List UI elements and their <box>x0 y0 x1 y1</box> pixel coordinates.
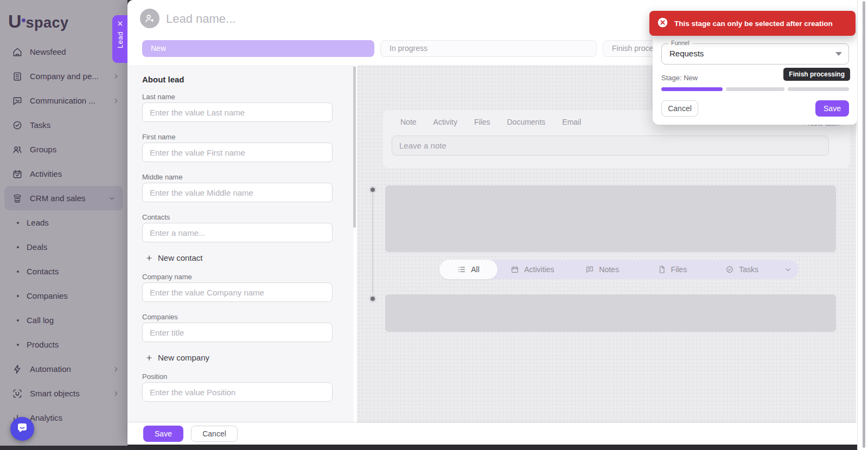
sidebar-item-communication[interactable]: Communication ... <box>0 88 127 113</box>
sidebar-subitem-contacts[interactable]: Contacts <box>0 259 127 284</box>
sidebar-item-groups[interactable]: Groups <box>0 137 127 162</box>
sidebar-item-label: Automation <box>30 364 105 374</box>
filter-all[interactable]: All <box>439 260 497 279</box>
stage-chip-new[interactable]: New <box>142 40 374 57</box>
bullet-icon <box>17 319 19 322</box>
funnel-select-value: Requests <box>669 49 704 58</box>
company-name-input[interactable] <box>142 282 333 302</box>
scrollbar-thumb[interactable] <box>863 1 865 448</box>
sidebar-subitem-companies[interactable]: Companies <box>0 284 127 308</box>
leave-a-note-input[interactable] <box>392 136 829 156</box>
funnel-select[interactable]: Funnel Requests <box>661 43 849 65</box>
sidebar-item-automation[interactable]: Automation <box>0 357 127 381</box>
field-label: Companies <box>142 313 333 321</box>
stage-chip-in-progress[interactable]: In progress <box>380 40 597 57</box>
stage-progress-segment-3[interactable] <box>788 87 849 91</box>
stage-tooltip: Finish processing <box>783 68 850 81</box>
new-contact-button[interactable]: New contact <box>145 253 333 262</box>
contacts-input[interactable] <box>142 223 333 242</box>
timeline-filter-bar: All Activities Notes Files Tasks <box>439 260 799 279</box>
filter-label: Tasks <box>739 265 758 274</box>
chevron-down-icon <box>108 195 116 202</box>
list-icon <box>457 265 466 274</box>
sidebar-item-newsfeed[interactable]: Newsfeed <box>0 40 127 64</box>
bullet-icon <box>17 222 19 224</box>
tab-files[interactable]: Files <box>474 118 490 126</box>
plus-icon <box>145 254 153 262</box>
field-label: Position <box>142 372 333 381</box>
chevron-down-icon[interactable] <box>777 266 799 274</box>
filter-notes[interactable]: Notes <box>567 265 637 274</box>
app-canvas: U spacy Newsfeed Company and pe... Commu… <box>0 0 868 450</box>
new-company-button[interactable]: New company <box>145 353 333 362</box>
lead-name-input[interactable]: Lead name... <box>166 12 235 26</box>
form-scrollbar[interactable] <box>353 66 356 228</box>
filter-files[interactable]: Files <box>637 265 707 274</box>
check-circle-icon <box>725 265 734 274</box>
error-circle-x-icon <box>657 17 668 30</box>
filter-label: Activities <box>524 265 554 274</box>
filter-label: Files <box>671 265 687 274</box>
timeline-skeleton-block <box>385 185 836 252</box>
sidebar-item-activities[interactable]: Activities <box>0 162 127 186</box>
sidebar-item-tasks[interactable]: Tasks <box>0 113 127 137</box>
stage-progress-segment-2[interactable] <box>726 87 784 91</box>
link-label: New company <box>158 353 209 362</box>
close-icon[interactable] <box>117 20 124 27</box>
stack-icon <box>12 193 23 204</box>
timeline-dot <box>369 186 376 194</box>
filter-label: Notes <box>599 265 619 274</box>
lead-avatar <box>140 9 159 28</box>
filter-activities[interactable]: Activities <box>497 265 567 274</box>
uspacy-logo[interactable]: U spacy <box>0 0 127 40</box>
popover-save-button[interactable]: Save <box>815 100 849 117</box>
tab-documents[interactable]: Documents <box>507 118 545 126</box>
subitem-label: Contacts <box>27 267 59 276</box>
first-name-input[interactable] <box>142 143 333 162</box>
companies-input[interactable] <box>142 323 333 342</box>
sidebar-item-label: Groups <box>30 145 120 154</box>
sidebar-subitem-deals[interactable]: Deals <box>0 235 127 259</box>
popover-cancel-button[interactable]: Cancel <box>661 100 698 117</box>
logo-letter: U <box>8 11 21 32</box>
sidebar-subitem-leads[interactable]: Leads <box>0 210 127 235</box>
sidebar-subitem-call-log[interactable]: Call log <box>0 308 127 332</box>
filter-tasks[interactable]: Tasks <box>707 265 777 274</box>
timeline-skeleton-block <box>385 294 836 332</box>
timeline-dot <box>369 295 376 303</box>
tab-note[interactable]: Note <box>400 118 417 126</box>
sidebar-item-crm-and-sales[interactable]: CRM and sales <box>4 186 123 210</box>
chat-launcher-button[interactable] <box>10 417 34 441</box>
tab-activity[interactable]: Activity <box>433 118 457 126</box>
sidebar-subitem-products[interactable]: Products <box>0 332 127 357</box>
field-company-name: Company name <box>142 273 333 302</box>
lead-side-tab[interactable]: Lead <box>112 15 127 63</box>
lead-form-column: About lead Last name First name Middle n… <box>127 65 354 423</box>
field-companies: Companies <box>142 313 333 342</box>
sidebar-item-smart-objects[interactable]: Smart objects <box>0 381 127 406</box>
sidebar-item-label: Newsfeed <box>30 47 120 56</box>
stage-popover: Funnel Requests Stage: New Finish proces… <box>653 31 858 125</box>
cancel-button[interactable]: Cancel <box>191 426 238 442</box>
save-button[interactable]: Save <box>143 426 183 442</box>
position-input[interactable] <box>142 382 333 402</box>
sidebar-nav: Newsfeed Company and pe... Communication… <box>0 40 127 430</box>
sidebar-item-company-and-people[interactable]: Company and pe... <box>0 64 127 88</box>
last-name-input[interactable] <box>142 102 333 122</box>
sidebar-item-label: Smart objects <box>30 389 105 398</box>
bullet-icon <box>17 246 19 248</box>
caret-down-icon <box>835 52 842 56</box>
chevron-right-icon <box>112 365 120 373</box>
field-last-name: Last name <box>142 93 333 122</box>
stage-progress-segment-1[interactable] <box>661 87 723 91</box>
subitem-label: Deals <box>27 242 47 252</box>
field-first-name: First name <box>142 133 333 162</box>
field-label: Company name <box>142 273 333 281</box>
page-scrollbar[interactable] <box>857 0 868 450</box>
home-icon <box>12 47 23 57</box>
filter-label: All <box>471 265 480 274</box>
subitem-label: Products <box>27 340 59 349</box>
middle-name-input[interactable] <box>142 183 333 202</box>
file-icon <box>658 265 666 274</box>
tab-email[interactable]: Email <box>562 118 581 126</box>
